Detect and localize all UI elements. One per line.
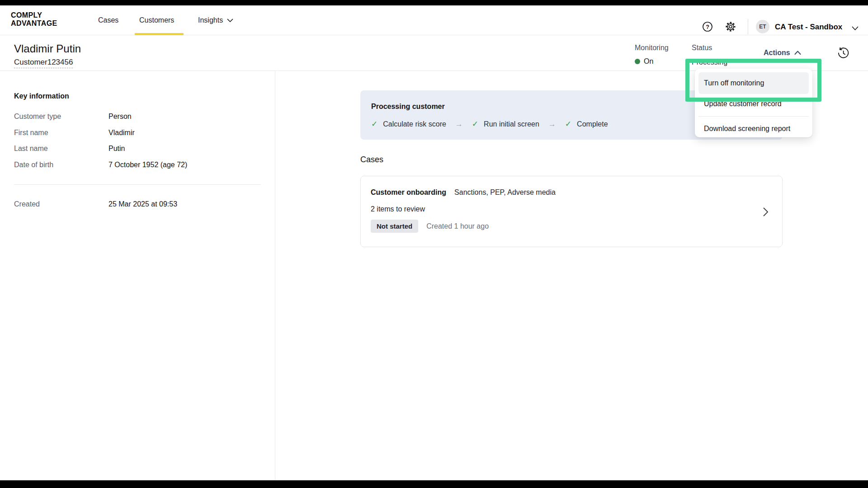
status-label: Status <box>692 44 712 52</box>
bottom-black-bar <box>0 480 868 488</box>
menu-item-download-screening-report[interactable]: Download screening report <box>698 119 809 139</box>
account-name[interactable]: CA Test - Sandbox <box>775 23 842 32</box>
chevron-down-icon <box>227 16 233 24</box>
key-information-title: Key information <box>14 92 69 100</box>
check-icon: ✓ <box>472 119 478 129</box>
top-black-bar <box>0 0 868 5</box>
processing-banner-title: Processing customer <box>371 103 445 111</box>
step-label: Run initial screen <box>484 120 539 128</box>
processing-steps: ✓ Calculate risk score → ✓ Run initial s… <box>371 119 608 129</box>
field-label: Created <box>14 200 108 208</box>
case-card[interactable]: Customer onboarding Sanctions, PEP, Adve… <box>360 176 783 247</box>
field-value: Vladimir <box>108 129 135 137</box>
field-label: First name <box>14 129 108 137</box>
chevron-right-icon[interactable] <box>763 207 769 218</box>
check-icon: ✓ <box>565 119 571 129</box>
field-row-date-of-birth: Date of birth 7 October 1952 (age 72) <box>14 161 261 169</box>
step-complete: ✓ Complete <box>565 119 608 129</box>
tab-customers[interactable]: Customers <box>139 5 174 35</box>
top-navbar: COMPLY ADVANTAGE Cases Customers Insight… <box>0 5 868 35</box>
field-value: 7 October 1952 (age 72) <box>108 161 187 169</box>
status-badge: Not started <box>371 220 418 233</box>
avatar[interactable]: ET <box>756 20 769 33</box>
step-label: Complete <box>577 120 608 128</box>
status-value: Processing <box>692 58 727 66</box>
menu-item-update-customer-record[interactable]: Update customer record <box>698 94 809 114</box>
arrow-right-icon: → <box>546 120 559 129</box>
field-label: Customer type <box>14 113 108 121</box>
tab-insights-label: Insights <box>198 16 223 24</box>
step-run-initial-screen: ✓ Run initial screen <box>472 119 539 129</box>
field-value: Putin <box>108 145 125 153</box>
help-icon[interactable]: ? <box>702 21 713 33</box>
monitoring-status: On <box>635 57 653 66</box>
case-name: Customer onboarding <box>371 188 446 197</box>
field-row-first-name: First name Vladimir <box>14 129 261 137</box>
monitoring-on-dot-icon <box>635 59 640 64</box>
case-card-footer: Not started Created 1 hour ago <box>371 220 489 233</box>
actions-label: Actions <box>764 49 790 57</box>
tab-cases[interactable]: Cases <box>98 5 118 35</box>
step-calculate-risk-score: ✓ Calculate risk score <box>371 119 446 129</box>
logo-line1: COMPLY <box>11 11 57 19</box>
field-row-last-name: Last name Putin <box>14 145 261 153</box>
account-chevron-down-icon[interactable] <box>852 24 859 33</box>
page-title: Vladimir Putin <box>14 42 81 55</box>
field-label: Last name <box>14 145 108 153</box>
case-screening-types: Sanctions, PEP, Adverse media <box>454 188 556 197</box>
left-panel-divider <box>275 71 275 480</box>
field-row-customer-type: Customer type Person <box>14 113 261 121</box>
customer-id[interactable]: Customer123456 <box>14 58 73 68</box>
actions-button[interactable]: Actions <box>764 49 801 57</box>
field-value: Person <box>108 113 132 121</box>
gear-icon[interactable] <box>725 21 736 33</box>
customer-header <box>0 35 868 71</box>
nav-divider <box>748 19 748 34</box>
logo-line2: ADVANTAGE <box>11 19 57 28</box>
tab-insights[interactable]: Insights <box>198 5 233 35</box>
actions-dropdown-menu: Turn off monitoring Update customer reco… <box>695 69 812 137</box>
field-row-created: Created 25 Mar 2025 at 09:53 <box>14 200 261 208</box>
complyadvantage-logo[interactable]: COMPLY ADVANTAGE <box>11 11 57 28</box>
chevron-up-icon <box>794 49 801 57</box>
monitoring-value: On <box>644 57 653 66</box>
cases-section-title: Cases <box>360 155 383 164</box>
step-label: Calculate risk score <box>383 120 446 128</box>
check-icon: ✓ <box>371 119 377 129</box>
field-value: 25 Mar 2025 at 09:53 <box>108 200 177 208</box>
field-label: Date of birth <box>14 161 108 169</box>
history-icon[interactable] <box>836 47 850 60</box>
menu-item-turn-off-monitoring[interactable]: Turn off monitoring <box>698 72 809 94</box>
case-created-time: Created 1 hour ago <box>426 222 489 230</box>
menu-divider <box>698 116 809 117</box>
svg-text:?: ? <box>706 24 709 30</box>
monitoring-label: Monitoring <box>635 44 669 52</box>
case-card-header: Customer onboarding Sanctions, PEP, Adve… <box>371 188 556 197</box>
arrow-right-icon: → <box>453 120 466 129</box>
case-items-to-review: 2 items to review <box>371 205 425 213</box>
key-information-divider <box>14 184 261 185</box>
app: COMPLY ADVANTAGE Cases Customers Insight… <box>0 0 868 488</box>
